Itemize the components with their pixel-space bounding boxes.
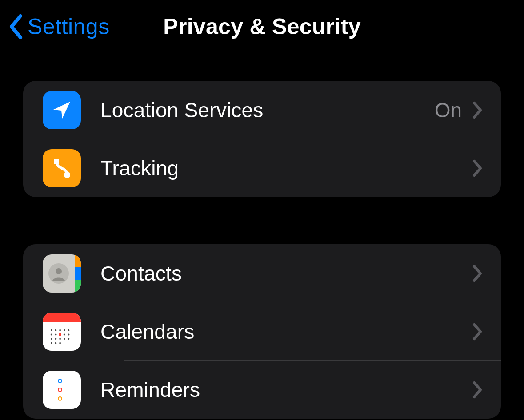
back-button[interactable]: Settings: [9, 14, 110, 40]
chevron-right-icon: [472, 101, 482, 119]
chevron-right-icon: [472, 323, 482, 341]
chevron-right-icon: [472, 159, 482, 177]
svg-point-3: [51, 329, 52, 331]
row-label: Calendars: [100, 320, 472, 344]
row-location-services[interactable]: Location Services On: [23, 81, 501, 139]
row-calendars[interactable]: Calendars: [23, 302, 501, 361]
chevron-left-icon: [9, 14, 23, 39]
row-label: Reminders: [100, 378, 472, 402]
svg-point-9: [55, 333, 57, 335]
svg-point-4: [55, 329, 57, 331]
svg-point-17: [51, 342, 52, 344]
page-title: Privacy & Security: [163, 14, 361, 40]
row-label: Contacts: [100, 262, 472, 285]
chevron-right-icon: [472, 381, 482, 399]
svg-point-8: [51, 333, 52, 335]
svg-point-7: [68, 329, 70, 331]
settings-group: Location Services On Tracking: [23, 81, 501, 197]
svg-point-5: [59, 329, 61, 331]
svg-point-16: [68, 338, 70, 340]
svg-point-6: [64, 329, 65, 331]
row-contacts[interactable]: Contacts: [23, 244, 501, 302]
svg-rect-1: [64, 172, 70, 178]
svg-point-20: [59, 333, 61, 336]
row-value: On: [435, 98, 462, 122]
nav-header: Settings Privacy & Security: [0, 0, 524, 53]
svg-rect-0: [54, 159, 59, 164]
svg-point-19: [59, 342, 61, 344]
row-label: Tracking: [100, 156, 472, 180]
svg-point-11: [68, 333, 70, 335]
back-label: Settings: [28, 14, 110, 40]
calendars-icon: [43, 313, 81, 351]
chevron-right-icon: [472, 265, 482, 282]
contacts-icon: [43, 254, 81, 293]
svg-point-15: [64, 338, 65, 340]
tracking-icon: [43, 149, 81, 187]
settings-group: Contacts Calendars: [23, 244, 501, 419]
reminders-icon: [43, 371, 81, 409]
svg-point-10: [64, 333, 65, 335]
location-arrow-icon: [43, 91, 81, 129]
svg-point-12: [51, 338, 52, 340]
svg-point-13: [55, 338, 57, 340]
svg-point-2: [56, 268, 62, 274]
row-label: Location Services: [100, 98, 435, 122]
svg-point-18: [55, 342, 57, 344]
row-reminders[interactable]: Reminders: [23, 361, 501, 419]
row-tracking[interactable]: Tracking: [23, 139, 501, 197]
svg-point-14: [59, 338, 61, 340]
